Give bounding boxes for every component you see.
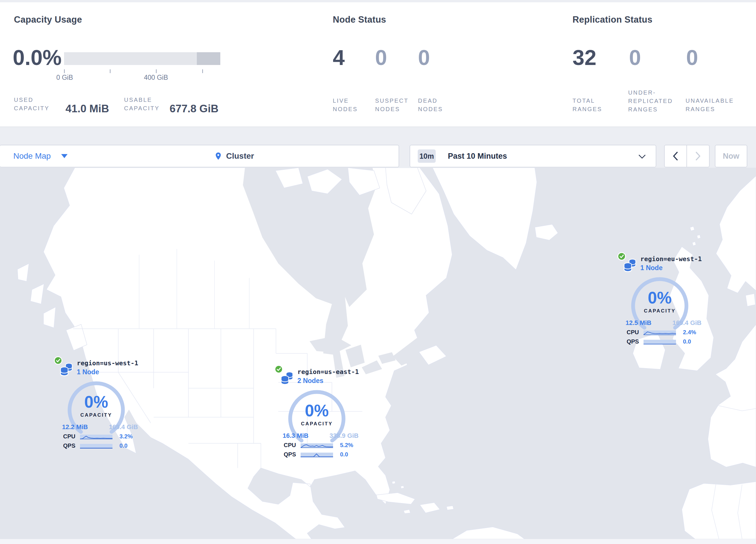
region-label: region=us-west-1 (77, 360, 138, 367)
cpu-sparkline (301, 443, 333, 448)
capacity-values: 12.5 MiB 169.4 GiB (626, 319, 702, 327)
region-label: region=eu-west-1 (640, 255, 702, 262)
dead-nodes-count: 0 (418, 46, 430, 70)
map-toolbar: Node Map Cluster (0, 145, 399, 167)
capacity-total-value: 169.4 GiB (673, 319, 702, 327)
capacity-percent: 0% (628, 289, 692, 307)
cpu-value: 2.4% (683, 329, 696, 336)
map-pin-icon (214, 151, 223, 161)
database-stack-icon (281, 372, 293, 386)
qps-metric-row: QPS 0.0 (617, 338, 704, 346)
capacity-values: 16.3 MiB 338.9 GiB (283, 432, 359, 440)
capacity-total-value: 169.4 GiB (109, 423, 138, 431)
breadcrumb[interactable]: Cluster (214, 145, 254, 167)
capacity-caption: CAPACITY (64, 412, 128, 418)
capacity-total-value: 338.9 GiB (330, 432, 359, 440)
qps-value: 0.0 (340, 451, 348, 458)
capacity-usage-title: Capacity Usage (14, 14, 82, 25)
node-map-page: Capacity Usage 0.0% 0 GiB 400 GiB USED C… (0, 0, 756, 544)
node-status-title: Node Status (333, 14, 386, 25)
qps-value: 0.0 (119, 443, 128, 449)
total-ranges-label: TOTAL RANGES (573, 97, 602, 113)
suspect-nodes-label: SUSPECT NODES (375, 97, 408, 113)
chevron-left-icon (673, 152, 678, 160)
under-replicated-ranges-count: 0 (629, 46, 641, 70)
time-window-label: Past 10 Minutes (448, 152, 507, 161)
map-bottom-strip (0, 539, 756, 544)
time-step-forward-button[interactable] (687, 145, 709, 167)
capacity-bar-axis (64, 69, 220, 73)
cluster-summary-panel: Capacity Usage 0.0% 0 GiB 400 GiB USED C… (0, 2, 756, 127)
cpu-sparkline (80, 435, 112, 439)
view-mode-label: Node Map (13, 151, 51, 161)
qps-label: QPS (617, 338, 639, 345)
capacity-percent: 0% (64, 393, 128, 411)
time-range-dropdown[interactable]: 10m Past 10 Minutes (410, 145, 656, 167)
capacity-percent: 0% (285, 401, 349, 420)
database-stack-icon (624, 259, 636, 273)
usable-capacity-value: 677.8 GiB (170, 103, 219, 115)
cpu-label: CPU (274, 442, 296, 449)
under-replicated-ranges-label: UNDER- REPLICATED RANGES (628, 88, 673, 114)
used-capacity-value: 41.0 MiB (66, 103, 109, 115)
qps-sparkline (644, 340, 676, 345)
capacity-axis-tick-400: 400 GiB (144, 74, 168, 81)
cpu-value: 3.2% (119, 433, 133, 440)
breadcrumb-label: Cluster (226, 151, 254, 161)
node-count-label: 1 Node (640, 264, 663, 272)
capacity-used-value: 12.2 MiB (62, 423, 88, 431)
time-step-buttons (664, 145, 710, 167)
chevron-down-icon (638, 154, 646, 159)
qps-metric-row: QPS 0.0 (274, 451, 361, 459)
cpu-metric-row: CPU 5.2% (274, 442, 361, 450)
usable-capacity-label: USABLE CAPACITY (124, 96, 160, 113)
capacity-used-value: 16.3 MiB (283, 432, 308, 440)
time-step-back-button[interactable] (665, 145, 687, 167)
now-button[interactable]: Now (715, 145, 747, 167)
qps-sparkline (301, 453, 333, 457)
dead-nodes-label: DEAD NODES (418, 97, 443, 113)
chevron-down-icon (61, 154, 68, 158)
world-map-svg (0, 168, 756, 539)
total-ranges-count: 32 (573, 46, 596, 70)
capacity-usage-bar (64, 52, 220, 65)
live-nodes-count: 4 (333, 46, 345, 70)
database-stack-icon (60, 363, 73, 377)
qps-sparkline (80, 444, 112, 449)
unavailable-ranges-count: 0 (686, 46, 698, 70)
capacity-caption: CAPACITY (285, 421, 349, 427)
time-window-badge: 10m (418, 149, 436, 163)
node-map-marker-us-west-1[interactable]: region=us-west-1 1 Node 0% CAPACITY 12.2… (54, 358, 141, 456)
capacity-caption: CAPACITY (628, 308, 692, 314)
cpu-value: 5.2% (340, 442, 353, 449)
node-map-marker-us-east-1[interactable]: region=us-east-1 2 Nodes 0% CAPACITY 16.… (274, 367, 361, 465)
cpu-metric-row: CPU 2.4% (617, 329, 704, 337)
suspect-nodes-count: 0 (375, 46, 387, 70)
qps-label: QPS (274, 451, 296, 458)
world-map[interactable] (0, 168, 756, 539)
chevron-right-icon (695, 152, 701, 160)
now-button-label: Now (723, 152, 739, 161)
node-map-marker-eu-west-1[interactable]: region=eu-west-1 1 Node 0% CAPACITY 12.5… (617, 253, 704, 352)
capacity-usage-percent: 0.0% (13, 46, 62, 70)
capacity-axis-tick-0: 0 GiB (56, 74, 73, 81)
replication-status-title: Replication Status (573, 14, 653, 25)
live-nodes-label: LIVE NODES (333, 97, 358, 113)
cpu-metric-row: CPU 3.2% (54, 433, 141, 441)
view-mode-dropdown[interactable]: Node Map (13, 145, 68, 167)
qps-value: 0.0 (683, 338, 691, 345)
unavailable-ranges-label: UNAVAILABLE RANGES (686, 97, 734, 113)
cpu-label: CPU (617, 329, 639, 336)
capacity-used-value: 12.5 MiB (626, 319, 651, 327)
cpu-label: CPU (54, 433, 75, 440)
capacity-bar-reserved (197, 52, 220, 65)
used-capacity-label: USED CAPACITY (14, 96, 50, 113)
node-count-label: 2 Nodes (297, 377, 323, 385)
node-count-label: 1 Node (77, 368, 99, 376)
qps-label: QPS (54, 443, 75, 449)
region-label: region=us-east-1 (297, 368, 359, 376)
capacity-values: 12.2 MiB 169.4 GiB (62, 423, 138, 431)
qps-metric-row: QPS 0.0 (54, 442, 141, 450)
cpu-sparkline (644, 331, 676, 335)
